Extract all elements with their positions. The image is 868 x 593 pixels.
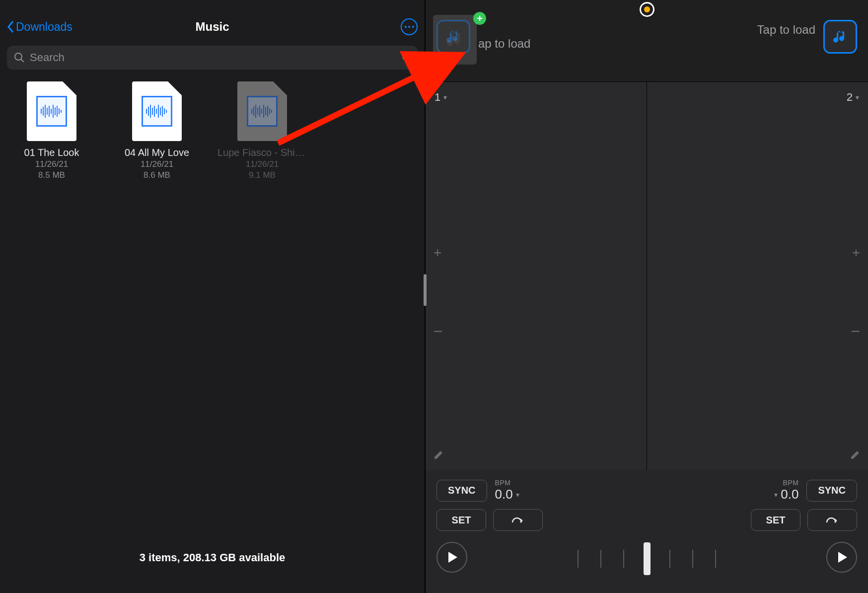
- deck-a-edit[interactable]: [434, 450, 443, 462]
- search-input[interactable]: [30, 51, 397, 64]
- dj-top-bar: + ap to load Tap to load: [426, 0, 868, 82]
- play-icon: [838, 552, 847, 563]
- audio-file-icon: [27, 81, 76, 141]
- file-size: 9.1 MB: [249, 170, 276, 180]
- deck-b-hotcue-remove[interactable]: −: [851, 322, 860, 341]
- deck-area: 1 ▾ + − 2 ▾ + −: [426, 82, 868, 470]
- deck-b-sync-button[interactable]: SYNC: [806, 480, 857, 502]
- deck-a-controls: SYNC BPM 0.0▾ SET: [436, 479, 556, 584]
- crossfader-thumb[interactable]: [644, 542, 651, 575]
- file-item[interactable]: 01 The Look 11/26/21 8.5 MB: [7, 81, 96, 180]
- chevron-left-icon: [7, 20, 15, 33]
- chevron-down-icon: ▾: [516, 491, 519, 499]
- file-grid: 01 The Look 11/26/21 8.5 MB 04 All My Lo…: [0, 81, 425, 180]
- deck-a-set-button[interactable]: SET: [436, 509, 486, 531]
- deck-b-selector[interactable]: 2 ▾: [847, 91, 859, 104]
- chevron-down-icon: ▾: [774, 491, 778, 499]
- deck-b-bpm[interactable]: BPM ▾0.0: [774, 479, 798, 502]
- chevron-down-icon: ▾: [856, 93, 859, 101]
- deck-b-play-button[interactable]: [826, 542, 857, 573]
- file-size: 8.6 MB: [144, 170, 170, 180]
- play-icon: [448, 552, 457, 563]
- audio-file-icon: [237, 81, 287, 141]
- crossfader[interactable]: [578, 541, 717, 576]
- more-button[interactable]: [401, 18, 418, 35]
- dj-transport: SYNC BPM 0.0▾ SET BPM ▾0.0 SYNC: [426, 470, 868, 593]
- deck-b-set-button[interactable]: SET: [751, 509, 800, 531]
- back-label: Downloads: [16, 20, 72, 34]
- chevron-down-icon: ▾: [443, 93, 447, 101]
- svg-rect-2: [404, 52, 408, 59]
- files-pane: Downloads Music 01 The Look 11/26/21 8.5…: [0, 0, 425, 593]
- bpm-label: BPM: [495, 479, 519, 487]
- jump-forward-icon: [825, 516, 839, 524]
- file-name: 01 The Look: [24, 147, 79, 158]
- deck-b-bpm-value: 0.0: [781, 487, 798, 502]
- file-date: 11/26/21: [35, 159, 68, 169]
- deck-b-controls: BPM ▾0.0 SYNC SET: [738, 479, 857, 584]
- dictation-icon[interactable]: [402, 51, 411, 64]
- deck-b-load-button[interactable]: [823, 20, 857, 54]
- deck-a-selector[interactable]: 1 ▾: [434, 91, 447, 104]
- back-button[interactable]: Downloads: [7, 20, 72, 34]
- deck-b-load-label: Tap to load: [757, 23, 815, 37]
- deck-a-load-button[interactable]: [436, 20, 470, 54]
- file-name: 04 All My Love: [125, 147, 189, 158]
- file-item-dragging[interactable]: Lupe Fiasco - Shinin…antos) 11/26/21 9.1…: [217, 81, 307, 180]
- search-icon: [14, 52, 25, 63]
- deck-a[interactable]: 1 ▾ + −: [426, 82, 647, 470]
- split-view-handle[interactable]: [424, 274, 427, 306]
- deck-a-number: 1: [434, 91, 440, 104]
- dj-pane: + ap to load Tap to load 1 ▾ + − 2: [425, 0, 868, 593]
- bpm-label: BPM: [774, 479, 798, 487]
- pencil-icon: [434, 450, 443, 460]
- deck-a-play-button[interactable]: [436, 542, 467, 573]
- file-item[interactable]: 04 All My Love 11/26/21 8.6 MB: [112, 81, 202, 180]
- drop-plus-badge: +: [473, 12, 486, 25]
- deck-a-bpm[interactable]: BPM 0.0▾: [495, 479, 519, 502]
- deck-a-hotcue-remove[interactable]: −: [434, 322, 443, 341]
- deck-b[interactable]: 2 ▾ + −: [647, 82, 868, 470]
- deck-a-hotcue-add[interactable]: +: [434, 245, 441, 261]
- deck-a-sync-button[interactable]: SYNC: [436, 480, 487, 502]
- deck-b-jump-button[interactable]: [807, 509, 857, 531]
- deck-b-number: 2: [847, 91, 853, 104]
- deck-b-hotcue-add[interactable]: +: [852, 245, 860, 261]
- ellipsis-icon: [405, 26, 407, 28]
- files-navbar: Downloads Music: [0, 12, 425, 42]
- music-note-icon: [444, 28, 462, 46]
- deck-b-edit[interactable]: [850, 450, 860, 462]
- file-date: 11/26/21: [141, 159, 173, 169]
- status-bar: 3 items, 208.13 GB available: [0, 551, 425, 593]
- pencil-icon: [850, 450, 860, 460]
- file-size: 8.5 MB: [38, 170, 65, 180]
- deck-a-load-label: ap to load: [478, 37, 530, 51]
- deck-a-bpm-value: 0.0: [495, 487, 513, 502]
- audio-file-icon: [132, 81, 182, 141]
- jump-forward-icon: [511, 516, 525, 524]
- search-field[interactable]: [7, 46, 418, 70]
- music-note-icon: [831, 28, 849, 46]
- svg-point-0: [15, 53, 22, 60]
- deck-a-jump-button[interactable]: [493, 509, 543, 531]
- svg-line-1: [21, 60, 24, 63]
- file-name: Lupe Fiasco - Shinin…antos): [217, 147, 307, 158]
- file-date: 11/26/21: [246, 159, 279, 169]
